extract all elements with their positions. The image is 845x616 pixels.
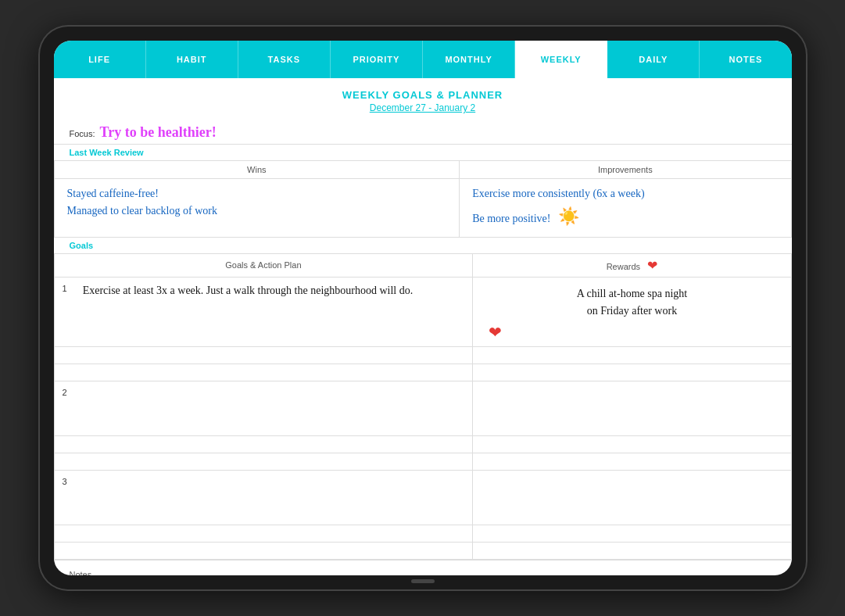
nav-item-daily[interactable]: DAILY bbox=[607, 41, 700, 78]
goal-number-2: 2 bbox=[54, 381, 75, 436]
action-plan-header: Goals & Action Plan bbox=[54, 253, 473, 277]
goal-number-3: 3 bbox=[54, 471, 75, 525]
tablet-frame: LIFE HABIT TASKS PRIORITY MONTHLY WEEKLY… bbox=[40, 27, 806, 589]
rewards-header: Rewards ❤ bbox=[473, 253, 791, 277]
focus-label: Focus: bbox=[70, 129, 95, 138]
goal-row-3: 3 bbox=[54, 471, 791, 525]
nav-item-life[interactable]: LIFE bbox=[54, 41, 146, 78]
page-date[interactable]: December 27 - January 2 bbox=[70, 102, 776, 113]
notes-section: Notes bbox=[54, 560, 792, 575]
home-button[interactable] bbox=[411, 579, 435, 583]
reward-cell-3 bbox=[473, 471, 791, 525]
win-2: Managed to clear backlog of work bbox=[67, 202, 447, 220]
goal-number-1: 1 bbox=[54, 277, 75, 347]
goal-3-subrow2 bbox=[54, 543, 791, 560]
goal-text-2 bbox=[75, 381, 473, 436]
nav-item-notes[interactable]: NOTES bbox=[700, 41, 791, 78]
reward-cell-2 bbox=[473, 381, 791, 436]
reward-cell-1: A chill at-home spa nighton Friday after… bbox=[473, 277, 791, 347]
heart-emoji-1: ❤ bbox=[489, 324, 502, 341]
focus-text: Try to be healthier! bbox=[100, 124, 217, 141]
goals-table: Goals & Action Plan Rewards ❤ 1 Exercis bbox=[54, 253, 792, 560]
goal-1-subrow bbox=[54, 347, 791, 364]
last-week-review-label: Last Week Review bbox=[54, 145, 792, 160]
improvements-cell: Exercise more consistently (6x a week)Be… bbox=[460, 179, 791, 238]
goal-3-subrow bbox=[54, 525, 791, 543]
goal-text-content-1: Exercise at least 3x a week. Just a walk… bbox=[83, 282, 465, 299]
tablet-screen: LIFE HABIT TASKS PRIORITY MONTHLY WEEKLY… bbox=[54, 41, 792, 575]
heart-decoration-1: ❤ bbox=[647, 259, 657, 272]
goal-text-1: Exercise at least 3x a week. Just a walk… bbox=[75, 277, 473, 347]
goal-1-subrow2 bbox=[54, 364, 791, 381]
sun-emoji: ☀️ bbox=[558, 202, 579, 230]
goal-text-3 bbox=[75, 471, 473, 525]
goal-row-1: 1 Exercise at least 3x a week. Just a wa… bbox=[54, 277, 791, 347]
improvements-header: Improvements bbox=[460, 161, 791, 179]
nav-item-priority[interactable]: PRIORITY bbox=[331, 41, 423, 78]
wins-cell: Stayed caffeine-free! Managed to clear b… bbox=[54, 179, 460, 238]
goal-row-2: 2 bbox=[54, 381, 791, 436]
reward-text-1: A chill at-home spa nighton Friday after… bbox=[481, 282, 782, 321]
page-header: WEEKLY GOALS & PLANNER December 27 - Jan… bbox=[54, 78, 792, 118]
nav-item-habit[interactable]: HABIT bbox=[146, 41, 238, 78]
nav-bar: LIFE HABIT TASKS PRIORITY MONTHLY WEEKLY… bbox=[54, 41, 792, 78]
goal-2-subrow2 bbox=[54, 453, 791, 471]
nav-item-weekly[interactable]: WEEKLY bbox=[515, 41, 607, 78]
nav-item-monthly[interactable]: MONTHLY bbox=[423, 41, 515, 78]
wins-header: Wins bbox=[54, 161, 460, 179]
review-table: Wins Improvements Stayed caffeine-free! … bbox=[54, 160, 792, 238]
notes-label: Notes bbox=[70, 570, 92, 575]
improvements-text: Exercise more consistently (6x a week)Be… bbox=[472, 185, 778, 231]
nav-item-tasks[interactable]: TASKS bbox=[238, 41, 331, 78]
focus-row: Focus: Try to be healthier! bbox=[54, 118, 792, 145]
content-area: WEEKLY GOALS & PLANNER December 27 - Jan… bbox=[54, 78, 792, 575]
page-title: WEEKLY GOALS & PLANNER bbox=[70, 89, 776, 101]
win-1: Stayed caffeine-free! bbox=[67, 185, 447, 202]
goal-2-subrow bbox=[54, 436, 791, 453]
goals-section-label: Goals bbox=[54, 238, 792, 253]
